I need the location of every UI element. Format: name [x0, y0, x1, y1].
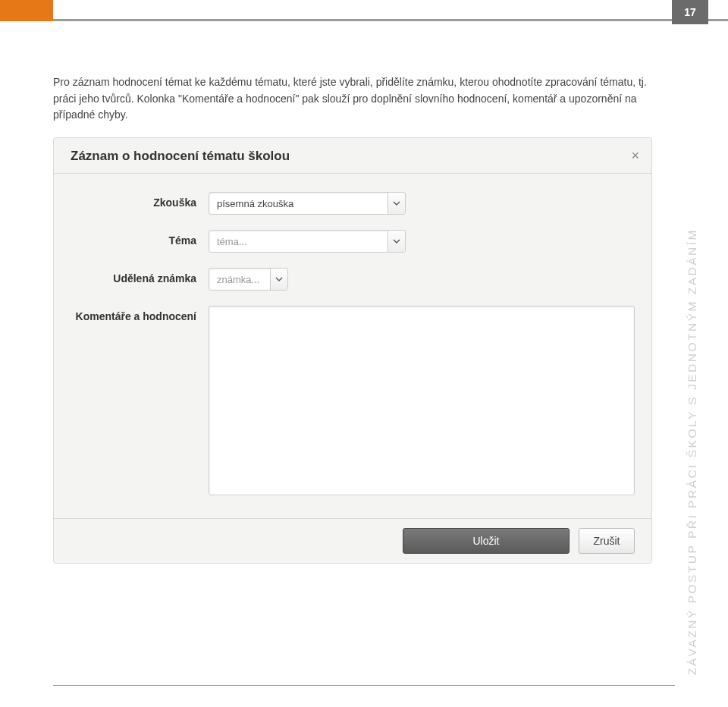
control-tema: téma...	[209, 230, 635, 253]
chevron-down-icon	[271, 269, 287, 290]
select-zkouska[interactable]: písemná zkouška	[209, 192, 406, 215]
select-zkouska-value: písemná zkouška	[209, 193, 388, 214]
page-number: 17	[672, 0, 708, 24]
control-komentar	[209, 306, 635, 495]
chevron-down-icon	[388, 231, 405, 252]
row-zkouska: Zkouška písemná zkouška	[71, 192, 635, 215]
save-button[interactable]: Uložit	[403, 528, 570, 554]
row-tema: Téma téma...	[71, 230, 635, 253]
select-znamka[interactable]: známka...	[209, 268, 288, 291]
label-znamka: Udělená známka	[71, 268, 209, 284]
control-znamka: známka...	[209, 268, 635, 291]
label-zkouska: Zkouška	[71, 192, 209, 209]
form-body: Zkouška písemná zkouška Téma téma...	[54, 174, 651, 518]
row-znamka: Udělená známka známka...	[71, 268, 635, 291]
row-komentar: Komentáře a hodnocení	[71, 306, 635, 495]
select-tema[interactable]: téma...	[209, 230, 406, 253]
textarea-komentar[interactable]	[209, 306, 635, 495]
page-top-bar: 17	[0, 0, 728, 21]
select-tema-placeholder: téma...	[209, 231, 388, 252]
form-footer: Uložit Zrušit	[54, 518, 651, 563]
form-title: Záznam o hodnocení tématu školou	[71, 149, 290, 163]
chevron-down-icon	[388, 193, 405, 214]
form-header: Záznam o hodnocení tématu školou ×	[54, 138, 651, 174]
body-paragraph: Pro záznam hodnocení témat ke každému té…	[53, 74, 652, 124]
content-area: Pro záznam hodnocení témat ke každému té…	[0, 21, 728, 564]
close-icon[interactable]: ×	[631, 149, 639, 162]
accent-block	[0, 0, 53, 21]
side-heading: ZÁVAZNÝ POSTUP PŘI PRÁCI ŠKOLY S JEDNOTN…	[686, 190, 699, 675]
footer-rule	[53, 685, 675, 686]
control-zkouska: písemná zkouška	[209, 192, 635, 215]
label-tema: Téma	[71, 230, 209, 247]
form-panel: Záznam o hodnocení tématu školou × Zkouš…	[53, 137, 652, 564]
cancel-button[interactable]: Zrušit	[579, 528, 635, 554]
label-komentar: Komentáře a hodnocení	[71, 306, 209, 322]
select-znamka-placeholder: známka...	[209, 269, 271, 290]
